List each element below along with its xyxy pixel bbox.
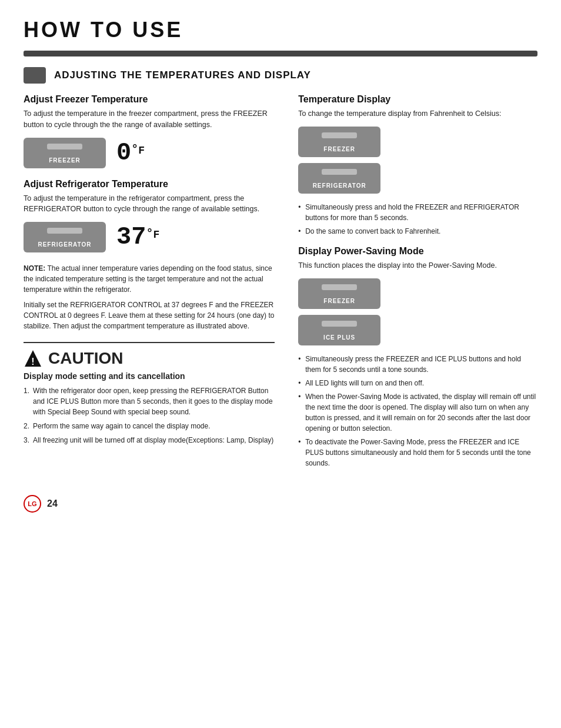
- power-freezer-btn-label: FREEZER: [323, 298, 355, 304]
- temp-freezer-button[interactable]: FREEZER: [298, 127, 380, 157]
- refrigerator-temp-value: 37: [116, 223, 146, 251]
- page-title: HOW TO USE: [24, 18, 537, 42]
- temp-freezer-btn-label: FREEZER: [323, 146, 355, 152]
- refrigerator-temp-display: 37°F: [116, 223, 159, 251]
- temp-display-bullets: Simultaneously press and hold the FREEZE…: [298, 202, 537, 237]
- power-ice-plus-button[interactable]: ICE PLUS: [298, 315, 380, 345]
- temp-freezer-btn-slot: [322, 132, 357, 138]
- section-header-title: ADJUSTING THE TEMPERATURES AND DISPLAY: [54, 69, 311, 81]
- freezer-btn-wrap: FREEZER 0°F: [24, 138, 275, 168]
- temp-display-btn-stack: FREEZER REFRIGERATOR: [298, 127, 537, 194]
- page-number: 24: [47, 498, 58, 509]
- power-saving-btn-stack: FREEZER ICE PLUS: [298, 278, 537, 345]
- caution-item-2: Perform the same way again to cancel the…: [24, 421, 275, 431]
- left-column: Adjust Freezer Temperature To adjust the…: [24, 94, 275, 471]
- footer: LG 24: [24, 490, 537, 513]
- refrigerator-unit: F: [153, 229, 159, 241]
- caution-box: ! CAUTION Display mode setting and its c…: [24, 342, 275, 446]
- refrigerator-temp-body: To adjust the temperature in the refrige…: [24, 193, 275, 215]
- power-freezer-button[interactable]: FREEZER: [298, 278, 380, 309]
- power-bullet-2: All LED lights will turn on and then off…: [298, 378, 537, 388]
- power-bullet-4: To deactivate the Power-Saving Mode, pre…: [298, 437, 537, 468]
- freezer-button-graphic[interactable]: FREEZER: [24, 138, 106, 168]
- temp-refrigerator-btn-slot: [322, 169, 357, 175]
- power-ice-btn-slot: [322, 321, 357, 327]
- temp-display-body: To change the temperature display from F…: [298, 108, 537, 119]
- caution-title: ! CAUTION: [24, 349, 275, 368]
- note-1: NOTE: The actual inner temperature varie…: [24, 263, 275, 295]
- caution-subtitle: Display mode setting and its cancellatio…: [24, 371, 275, 381]
- temp-bullet-2: Do the same to convert back to Fahrenhei…: [298, 226, 537, 237]
- refrigerator-temp-title: Adjust Refrigerator Temperature: [24, 179, 275, 190]
- temp-display-title: Temperature Display: [298, 94, 537, 105]
- power-saving-title: Display Power-Saving Mode: [298, 246, 537, 257]
- freezer-btn-slot: [47, 144, 82, 149]
- temp-bullet-1: Simultaneously press and hold the FREEZE…: [298, 202, 537, 223]
- caution-list: With the refrigerator door open, keep pr…: [24, 385, 275, 446]
- temp-refrigerator-button[interactable]: REFRIGERATOR: [298, 163, 380, 194]
- note-2: Initially set the REFRIGERATOR CONTROL a…: [24, 300, 275, 331]
- freezer-btn-label: FREEZER: [49, 157, 81, 164]
- refrigerator-btn-wrap: REFRIGERATOR 37°F: [24, 222, 275, 252]
- caution-item-1: With the refrigerator door open, keep pr…: [24, 385, 275, 417]
- caution-triangle-icon: !: [24, 349, 42, 368]
- power-freezer-btn-slot: [322, 284, 357, 290]
- caution-label: CAUTION: [48, 349, 123, 368]
- power-bullet-3: When the Power-Saving Mode is activated,…: [298, 391, 537, 434]
- caution-item-3: All freezing unit will be turned off at …: [24, 435, 275, 446]
- refrigerator-btn-slot: [47, 228, 82, 234]
- freezer-temp-body: To adjust the temperature in the freezer…: [24, 108, 275, 131]
- power-saving-bullets: Simultaneously press the FREEZER and ICE…: [298, 354, 537, 468]
- main-content: Adjust Freezer Temperature To adjust the…: [24, 94, 537, 471]
- svg-text:!: !: [31, 357, 34, 367]
- right-column: Temperature Display To change the temper…: [298, 94, 537, 471]
- section-header: ADJUSTING THE TEMPERATURES AND DISPLAY: [24, 67, 537, 84]
- freezer-unit: F: [138, 145, 145, 157]
- refrigerator-btn-label: REFRIGERATOR: [38, 241, 91, 248]
- power-bullet-1: Simultaneously press the FREEZER and ICE…: [298, 354, 537, 375]
- freezer-temp-title: Adjust Freezer Temperature: [24, 94, 275, 105]
- section-header-bar: [24, 67, 46, 84]
- freezer-deg: °: [131, 142, 138, 156]
- power-ice-btn-label: ICE PLUS: [323, 334, 355, 341]
- refrigerator-deg: °: [146, 227, 153, 240]
- lg-logo: LG: [24, 495, 41, 513]
- freezer-temp-value: 0: [116, 139, 131, 167]
- refrigerator-button-graphic[interactable]: REFRIGERATOR: [24, 222, 106, 252]
- freezer-temp-display: 0°F: [116, 139, 145, 167]
- temp-refrigerator-btn-label: REFRIGERATOR: [313, 182, 366, 189]
- power-saving-body: This function places the display into th…: [298, 260, 537, 271]
- top-decorative-bar: [24, 51, 537, 56]
